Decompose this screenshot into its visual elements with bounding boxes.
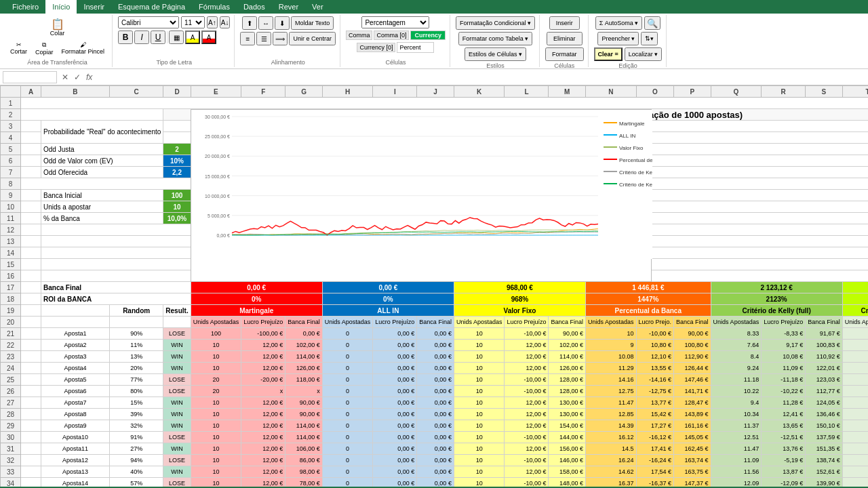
row-header: 14 <box>1 247 21 259</box>
table-cell <box>21 317 41 328</box>
cut-button[interactable]: ✂ Cortar <box>7 39 31 58</box>
percent-input[interactable] <box>397 42 434 53</box>
bold-button[interactable]: B <box>118 30 133 44</box>
format-table-button[interactable]: Formatar como Tabela ▾ <box>458 32 532 45</box>
col-r[interactable]: R <box>762 86 806 98</box>
font-separator1 <box>167 31 167 43</box>
tab-ficheiro[interactable]: Ficheiro <box>5 0 45 14</box>
align-left-button[interactable]: ≡ <box>240 32 255 45</box>
row-header: 11 <box>1 213 21 224</box>
tab-inserir[interactable]: Inserir <box>77 0 111 14</box>
group-clipboard: 📋 Colar ✂ Cortar ⧉ Copiar 🖌 Formatar Pin… <box>3 15 113 67</box>
paste-button[interactable]: 📋 Colar <box>7 17 108 39</box>
col-m[interactable]: M <box>549 86 586 98</box>
insert-button[interactable]: Inserir <box>549 16 580 30</box>
col-k[interactable]: K <box>454 86 505 98</box>
table-cell: LOSE <box>163 432 191 443</box>
align-right-button[interactable]: ⟹ <box>273 32 288 45</box>
insert-function-icon[interactable]: fx <box>84 73 94 82</box>
confirm-icon[interactable]: ✓ <box>72 73 83 82</box>
cell-styles-button[interactable]: Estilos de Células ▾ <box>465 47 526 61</box>
table-cell: -5,19 € <box>762 455 806 466</box>
fill-color-button[interactable]: A <box>185 30 200 44</box>
cut-icon: ✂ <box>16 41 22 48</box>
col-i[interactable]: I <box>373 86 417 98</box>
table-cell: 12,00 € <box>505 466 549 478</box>
wrap-text-button[interactable]: Moldar Texto <box>291 16 334 30</box>
table-cell: Odd Oferecida <box>41 167 163 178</box>
tab-esquema[interactable]: Esquema de Página <box>111 0 192 14</box>
merge-center-button[interactable]: Unir e Centrar <box>289 32 336 45</box>
table-cell: 148,00 € <box>549 478 586 487</box>
tab-inicio[interactable]: Início <box>45 0 77 14</box>
col-d[interactable]: D <box>163 86 191 98</box>
table-cell: 12,00 € <box>241 443 285 455</box>
table-cell: 100 <box>191 328 241 340</box>
paste-icon: 📋 <box>51 19 64 30</box>
italic-button[interactable]: I <box>134 30 149 44</box>
align-bottom-button[interactable]: ⬇ <box>275 16 290 30</box>
autosum-button[interactable]: Σ AutoSoma ▾ <box>595 16 643 30</box>
col-g[interactable]: G <box>285 86 323 98</box>
col-n[interactable]: N <box>586 86 637 98</box>
col-e[interactable]: E <box>191 86 241 98</box>
table-cell: -100,00 € <box>241 328 285 340</box>
tab-dados[interactable]: Dados <box>237 0 272 14</box>
table-cell <box>21 167 41 178</box>
cell-ref-input[interactable]: Q18 <box>3 71 57 83</box>
table-cell <box>21 109 163 121</box>
align-top-button[interactable]: ⬆ <box>242 16 257 30</box>
search-button[interactable]: 🔍 <box>644 16 660 30</box>
increase-font-button[interactable]: A↑ <box>207 16 218 28</box>
col-f[interactable]: F <box>241 86 285 98</box>
table-cell: 12,41 € <box>762 409 806 420</box>
sheet-scroll[interactable]: A B C D E F G H I J K L M N O P <box>0 85 868 487</box>
font-size-select[interactable]: 11 <box>181 16 205 28</box>
tab-formulas[interactable]: Fórmulas <box>192 0 237 14</box>
align-middle-button[interactable]: ↔ <box>258 16 273 30</box>
tab-ver[interactable]: Ver <box>305 0 330 14</box>
row-header: 33 <box>1 466 21 478</box>
table-cell: 163,75 € <box>674 466 711 478</box>
border-button[interactable]: ▦ <box>169 30 184 44</box>
align-center-button[interactable]: ☰ <box>256 32 271 45</box>
col-o[interactable]: O <box>636 86 674 98</box>
col-c[interactable]: C <box>109 86 163 98</box>
col-q[interactable]: Q <box>711 86 762 98</box>
format-painter-button[interactable]: 🖌 Formatar Pincel <box>58 39 108 58</box>
underline-button[interactable]: U <box>151 30 165 44</box>
group-cells: Inserir Eliminar Formatar Células <box>541 15 589 67</box>
col-s[interactable]: S <box>806 86 843 98</box>
col-t[interactable]: T <box>842 86 868 98</box>
font-name-select[interactable]: Calibri <box>118 16 179 28</box>
row-header: 21 <box>1 328 21 340</box>
formula-input[interactable]: =S1020/$C$9 <box>97 72 865 83</box>
table-cell: 11.37 <box>711 420 762 432</box>
table-cell: 32% <box>109 420 163 432</box>
copy-button[interactable]: ⧉ Copiar <box>32 39 57 58</box>
find-select-button[interactable]: Localizar ▾ <box>625 47 663 61</box>
table-cell: 20 <box>191 374 241 386</box>
delete-button[interactable]: Eliminar <box>547 32 583 45</box>
col-l[interactable]: L <box>505 86 549 98</box>
col-h[interactable]: H <box>322 86 373 98</box>
number-format-select[interactable]: Percentagem <box>361 16 429 28</box>
conditional-format-button[interactable]: Formatação Condicional ▾ <box>456 16 535 30</box>
tab-rever[interactable]: Rever <box>272 0 305 14</box>
clear-button[interactable]: Clear = <box>594 47 623 61</box>
table-cell <box>21 305 41 317</box>
decrease-font-button[interactable]: A↓ <box>220 16 231 28</box>
table-cell <box>241 270 868 282</box>
col-a[interactable]: A <box>21 86 41 98</box>
col-p[interactable]: P <box>674 86 711 98</box>
table-cell: 4.95 <box>842 455 868 466</box>
row-header: 1 <box>1 98 21 109</box>
font-color-button[interactable]: A <box>201 30 216 44</box>
col-j[interactable]: J <box>417 86 454 98</box>
cancel-icon[interactable]: ✕ <box>60 73 71 82</box>
format-button[interactable]: Formatar <box>545 47 584 61</box>
table-cell: 126,00 € <box>549 363 586 374</box>
sort-filter-button[interactable]: ⇅▾ <box>641 32 658 45</box>
fill-button[interactable]: Preencher ▾ <box>597 32 639 45</box>
col-b[interactable]: B <box>41 86 110 98</box>
